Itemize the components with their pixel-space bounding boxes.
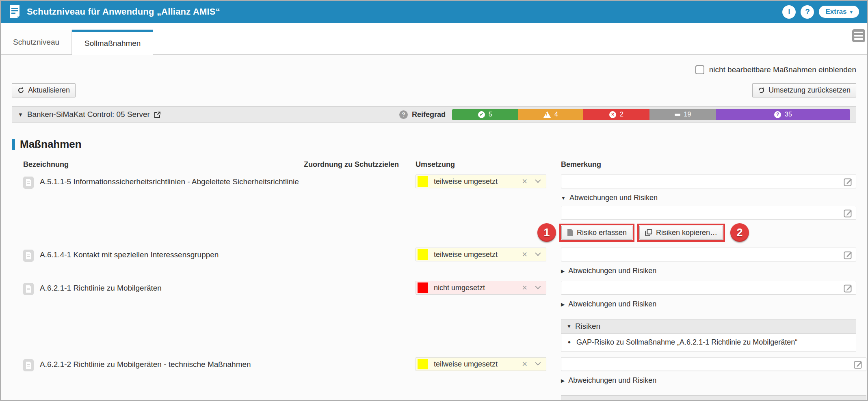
risiko-erfassen-button[interactable]: Risiko erfassen <box>561 226 632 240</box>
refresh-button[interactable]: Aktualisieren <box>12 83 76 97</box>
abweichungen-expander[interactable]: ▶ Abweichungen und Risiken <box>561 376 866 385</box>
measure-doc-icon[interactable] <box>23 177 34 189</box>
bemerkung-stack: ▼ Abweichungen und Risiken 1 <box>561 175 856 242</box>
umsetzung-value: teilweise umgesetzt <box>434 250 498 259</box>
table-row: A.6.2.1-1 Richtlinie zu Mobilgeräten nic… <box>12 281 856 351</box>
bullet-icon: • <box>568 338 571 347</box>
risiken-kopieren-label: Risiken kopieren… <box>656 229 717 237</box>
bemerkung-field[interactable] <box>561 175 856 188</box>
badge-neutral-count: 19 <box>684 111 691 118</box>
maturity-badge-bar: ✔ 5 ! 4 × 2 19 <box>452 109 850 120</box>
measure-label: A.6.2.1-1 Richtlinie zu Mobilgeräten <box>40 283 162 293</box>
collapse-icon[interactable]: ▼ <box>18 112 23 118</box>
bemerkung-field[interactable] <box>561 357 866 371</box>
risiken-header[interactable]: ▼ Risiken <box>561 395 866 401</box>
badge-neutral[interactable]: 19 <box>649 109 716 120</box>
risiken-header[interactable]: ▼ Risiken <box>561 319 856 334</box>
menu-icon[interactable] <box>852 29 865 42</box>
measure-cell: A.6.2.1-2 Richtlinie zu Mobilgeräten - t… <box>23 357 304 371</box>
badge-unknown[interactable]: ? 35 <box>716 109 850 120</box>
bemerkung-input[interactable] <box>561 175 856 188</box>
copy-icon <box>645 229 652 236</box>
bemerkung-input[interactable] <box>561 358 866 371</box>
annotation-box-2: Risiken kopieren… <box>637 224 725 242</box>
reset-implementation-button[interactable]: Umsetzung zurücksetzen <box>752 83 856 97</box>
bemerkung-input[interactable] <box>561 281 856 294</box>
badge-ok-count: 5 <box>489 111 492 118</box>
measure-doc-icon[interactable] <box>23 283 34 295</box>
risiken-label: Risiken <box>575 398 600 401</box>
risiken-kopieren-button[interactable]: Risiken kopieren… <box>639 226 723 240</box>
section-header: Maßnahmen <box>12 138 856 151</box>
risk-action-row: 1 Risiko erfassen <box>561 223 856 242</box>
check-circle-icon: ✔ <box>478 111 485 118</box>
edit-icon[interactable] <box>853 360 863 369</box>
chevron-down-icon[interactable] <box>535 250 541 256</box>
tab-sollmassnahmen[interactable]: Sollmaßnahmen <box>72 30 153 55</box>
main-content: nicht bearbeitbare Maßnahmen einblenden … <box>1 65 867 401</box>
umsetzung-value: nicht umgesetzt <box>434 284 485 292</box>
umsetzung-select[interactable]: nicht umgesetzt × <box>416 281 546 295</box>
report-icon <box>9 5 20 18</box>
umsetzung-select[interactable]: teilweise umgesetzt × <box>416 248 546 261</box>
bemerkung-stack: ▶ Abweichungen und Risiken <box>561 248 856 275</box>
maturity-help-icon[interactable]: ? <box>399 110 408 119</box>
chevron-down-icon[interactable] <box>535 177 541 183</box>
page-title: Schutzniveau für Anwendung „Allianz AMIS… <box>27 6 220 17</box>
clear-icon[interactable]: × <box>522 250 527 259</box>
toolbar: Aktualisieren Umsetzung zurücksetzen <box>12 83 856 97</box>
extras-button[interactable]: Extras ▾ <box>819 6 859 18</box>
file-icon <box>567 229 573 236</box>
control-header[interactable]: ▼ Banken-SiMaKat Control: 05 Server ? Re… <box>12 106 856 123</box>
badge-error-count: 2 <box>620 111 623 118</box>
risk-list-item[interactable]: • GAP-Risiko zu Sollmaßnahme „A.6.2.1-1 … <box>561 334 856 351</box>
help-icon[interactable]: ? <box>801 5 814 19</box>
status-swatch <box>418 249 428 260</box>
show-hidden-checkbox[interactable] <box>695 65 704 74</box>
bemerkung-input[interactable] <box>561 248 856 261</box>
minus-icon <box>675 114 680 116</box>
abweichungen-expander[interactable]: ▼ Abweichungen und Risiken <box>561 194 856 202</box>
info-icon[interactable]: i <box>782 5 796 19</box>
abweichungen-expander[interactable]: ▶ Abweichungen und Risiken <box>561 300 856 308</box>
umsetzung-value: teilweise umgesetzt <box>434 177 498 186</box>
maturity-group: ? Reifegrad ✔ 5 ! 4 × 2 <box>399 109 850 120</box>
chevron-down-icon: ▾ <box>850 9 853 15</box>
umsetzung-select[interactable]: teilweise umgesetzt × <box>416 175 546 188</box>
umsetzung-select[interactable]: teilweise umgesetzt × <box>416 357 546 371</box>
measure-doc-icon[interactable] <box>23 359 34 371</box>
tab-schutzniveau[interactable]: Schutzniveau <box>1 30 72 54</box>
risiken-panel: ▼ Risiken • GAP-Risiko zu Sollmaßnahme „… <box>561 395 866 401</box>
edit-icon[interactable] <box>843 208 853 218</box>
measure-doc-icon[interactable] <box>23 250 34 262</box>
show-hidden-label[interactable]: nicht bearbeitbare Maßnahmen einblenden <box>709 65 856 74</box>
col-zuordnung: Zuordnung zu Schutzzielen <box>304 160 416 169</box>
clear-icon[interactable]: × <box>522 177 527 186</box>
abweichungen-expander[interactable]: ▶ Abweichungen und Risiken <box>561 267 856 275</box>
table-row: A.5.1.1-5 Informationssicherheitsrichtli… <box>12 175 856 242</box>
external-link-icon[interactable] <box>154 111 161 118</box>
edit-icon[interactable] <box>843 177 853 187</box>
edit-icon[interactable] <box>843 283 853 293</box>
status-swatch <box>418 359 428 369</box>
badge-error[interactable]: × 2 <box>583 109 649 120</box>
edit-icon[interactable] <box>843 250 853 260</box>
abweichungen-label: Abweichungen und Risiken <box>569 194 658 202</box>
badge-warning[interactable]: ! 4 <box>518 109 583 120</box>
table-row: A.6.1.4-1 Kontakt mit speziellen Interes… <box>12 248 856 275</box>
caret-down-icon: ▼ <box>561 195 566 201</box>
abweichungen-label: Abweichungen und Risiken <box>568 267 656 275</box>
measure-cell: A.6.2.1-1 Richtlinie zu Mobilgeräten <box>23 281 304 295</box>
badge-ok[interactable]: ✔ 5 <box>452 109 518 120</box>
clear-icon[interactable]: × <box>522 283 527 292</box>
col-bemerkung: Bemerkung <box>561 160 856 169</box>
bemerkung-field[interactable] <box>561 248 856 261</box>
bemerkung-stack: ▶ Abweichungen und Risiken ▼ Risiken • G… <box>561 357 866 401</box>
abweichung-field[interactable] <box>561 206 856 220</box>
abweichung-input[interactable] <box>561 206 856 219</box>
reset-icon <box>758 87 765 94</box>
clear-icon[interactable]: × <box>522 360 527 369</box>
chevron-down-icon[interactable] <box>535 284 541 289</box>
chevron-down-icon[interactable] <box>535 360 541 366</box>
bemerkung-field[interactable] <box>561 281 856 295</box>
